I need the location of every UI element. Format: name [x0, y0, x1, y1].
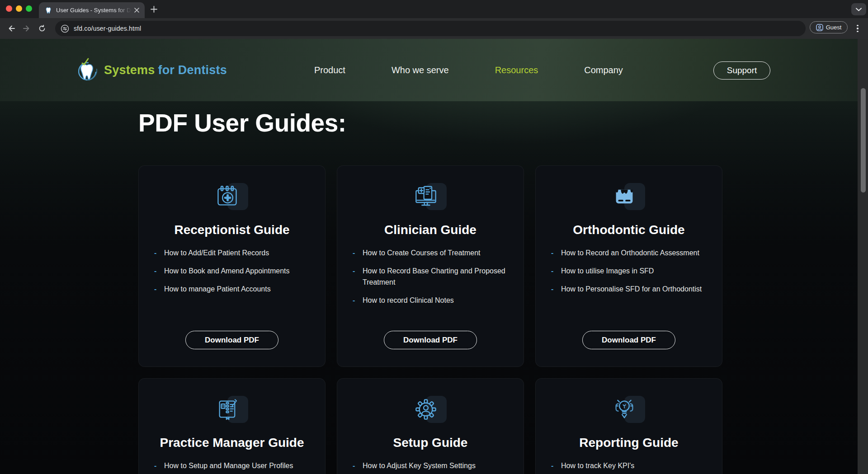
- forward-icon[interactable]: [19, 21, 34, 36]
- browser-tab[interactable]: User Guides - Systems for De: [39, 2, 145, 18]
- browser-toolbar: sfd.co/user-guides.html Guest: [0, 18, 868, 39]
- tab-close-icon[interactable]: [133, 7, 140, 14]
- card-reporting-guide: Reporting Guide -How to track Key KPI's: [535, 378, 722, 474]
- lightbulb-icon: [613, 396, 645, 424]
- bullet-text: How to Personalise SFD for an Orthodonti…: [561, 283, 702, 295]
- logo-tooth-icon: [76, 57, 99, 83]
- main-nav: Product Who we serve Resources Company: [314, 39, 623, 101]
- guest-avatar-icon: [816, 24, 823, 31]
- nav-item-product[interactable]: Product: [314, 65, 345, 75]
- calendar-medical-icon: [216, 183, 248, 211]
- browser-titlebar: User Guides - Systems for De: [0, 0, 868, 18]
- new-tab-button[interactable]: [150, 5, 158, 13]
- nav-item-resources[interactable]: Resources: [495, 65, 538, 75]
- page-content: PDF User Guides: Receptionist Guide: [0, 108, 868, 474]
- card-bullets: -How to Setup and Manage User Profiles: [154, 460, 315, 471]
- card-bullets: -How to Record an Orthodontic Assessment…: [551, 247, 712, 295]
- card-bullets: -How to Add/Edit Patient Records -How to…: [154, 247, 315, 295]
- card-title: Reporting Guide: [536, 436, 722, 450]
- minimize-window-button[interactable]: [16, 5, 22, 12]
- scrollbar-track[interactable]: [858, 39, 868, 474]
- bullet-text: How to record Clinical Notes: [363, 295, 454, 306]
- guide-cards-grid: Receptionist Guide -How to Add/Edit Pati…: [138, 165, 723, 474]
- download-pdf-button[interactable]: Download PDF: [582, 331, 675, 349]
- tab-search-chevron-button[interactable]: [851, 3, 866, 15]
- card-title: Setup Guide: [337, 436, 524, 450]
- bullet-text: How to Record Base Charting and Proposed…: [363, 265, 514, 288]
- scrollbar-thumb[interactable]: [861, 88, 866, 192]
- url-bar[interactable]: sfd.co/user-guides.html: [55, 21, 806, 36]
- monitor-prescription-icon: [414, 183, 447, 211]
- card-bullets: -How to track Key KPI's: [551, 460, 712, 471]
- url-text[interactable]: sfd.co/user-guides.html: [74, 25, 141, 32]
- bullet-text: How to Book and Amend Appointments: [164, 265, 290, 277]
- close-window-button[interactable]: [6, 5, 12, 12]
- nav-item-who-we-serve[interactable]: Who we serve: [392, 65, 449, 75]
- site-header: Systemsfor Dentists Product Who we serve…: [0, 39, 868, 101]
- card-title: Practice Manager Guide: [139, 436, 325, 450]
- card-title: Receptionist Guide: [139, 223, 325, 237]
- gear-user-icon: [414, 396, 447, 424]
- support-button[interactable]: Support: [713, 61, 770, 80]
- site-logo[interactable]: Systemsfor Dentists: [76, 39, 227, 101]
- card-orthodontic-guide: Orthodontic Guide -How to Record an Orth…: [535, 165, 722, 367]
- card-bullets: -How to Adjust Key System Settings: [353, 460, 514, 471]
- card-setup-guide: Setup Guide -How to Adjust Key System Se…: [337, 378, 524, 474]
- fullscreen-window-button[interactable]: [26, 5, 32, 12]
- bullet-text: How to track Key KPI's: [561, 460, 634, 471]
- guest-label: Guest: [826, 24, 842, 31]
- browser-menu-kebab-icon[interactable]: [854, 23, 862, 34]
- bullet-text: How to Adjust Key System Settings: [363, 460, 476, 471]
- card-practice-manager-guide: Practice Manager Guide -How to Setup and…: [138, 378, 326, 474]
- tab-favicon-tooth-icon: [44, 6, 52, 14]
- bullet-text: How to Add/Edit Patient Records: [164, 247, 269, 258]
- download-pdf-button[interactable]: Download PDF: [384, 331, 477, 349]
- nav-item-company[interactable]: Company: [584, 65, 623, 75]
- reload-icon[interactable]: [34, 21, 50, 36]
- bullet-text: How to Create Courses of Treatment: [363, 247, 481, 258]
- xray-teeth-icon: [613, 183, 645, 211]
- site-settings-tune-icon[interactable]: [61, 24, 69, 33]
- card-bullets: -How to Create Courses of Treatment -How…: [353, 247, 514, 306]
- bullet-text: How to manage Patient Accounts: [164, 283, 271, 295]
- bullet-text: How to Record an Orthodontic Assessment: [561, 247, 699, 258]
- guest-profile-button[interactable]: Guest: [810, 21, 848, 33]
- page-title: PDF User Guides:: [138, 108, 868, 137]
- back-icon[interactable]: [4, 21, 19, 36]
- card-title: Clinician Guide: [337, 223, 524, 237]
- card-clinician-guide: Clinician Guide -How to Create Courses o…: [337, 165, 524, 367]
- logo-text: Systemsfor Dentists: [104, 63, 227, 77]
- web-page: Systemsfor Dentists Product Who we serve…: [0, 39, 868, 474]
- card-title: Orthodontic Guide: [536, 223, 722, 237]
- bullet-text: How to utilise Images in SFD: [561, 265, 654, 277]
- tab-title: User Guides - Systems for De: [56, 7, 133, 14]
- window-controls: [6, 5, 32, 12]
- card-receptionist-guide: Receptionist Guide -How to Add/Edit Pati…: [138, 165, 326, 367]
- bullet-text: How to Setup and Manage User Profiles: [164, 460, 293, 471]
- download-pdf-button[interactable]: Download PDF: [185, 331, 278, 349]
- organizer-book-icon: [216, 396, 248, 424]
